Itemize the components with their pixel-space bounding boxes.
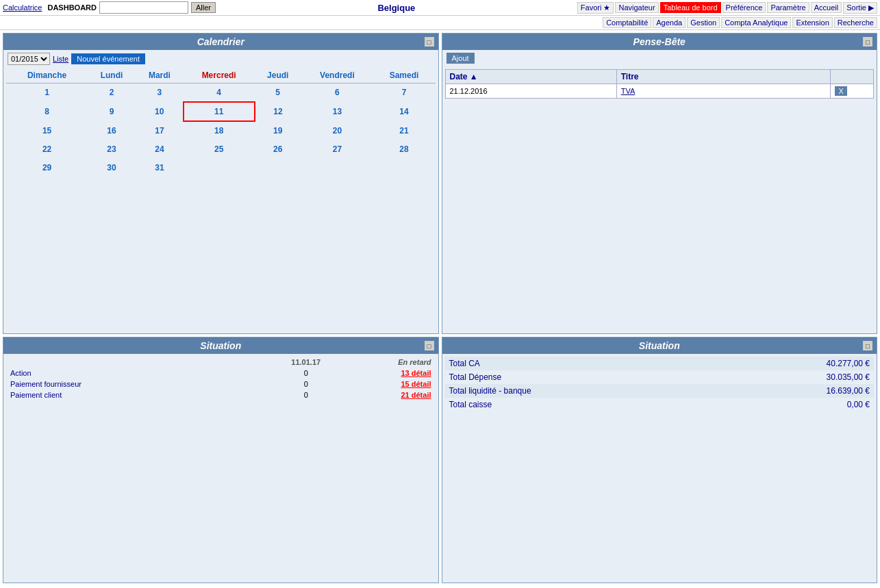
calendar-day xyxy=(184,159,255,177)
pense-bete-header: Pense-Bête □ xyxy=(442,34,877,50)
calendar-panel: Calendrier □ 01/2015 Liste Nouvel événem… xyxy=(3,33,439,334)
calendar-day[interactable]: 6 xyxy=(301,84,373,103)
situation-right-minimize[interactable]: □ xyxy=(863,341,872,350)
sit-en-retard: En retard xyxy=(349,357,434,368)
situation-left-table: 11.01.17 En retard Action013 détailPaiem… xyxy=(8,357,434,400)
country-label: Belgique xyxy=(218,3,575,13)
situation-left-minimize[interactable]: □ xyxy=(425,341,434,350)
calendar-day[interactable]: 15 xyxy=(7,121,88,140)
sit-right-row: Total CA40.277,00 € xyxy=(445,357,875,370)
calendar-day[interactable]: 21 xyxy=(373,121,435,140)
pense-bete-rows: 21.12.2016TVAX xyxy=(445,84,874,99)
cal-th-dimanche: Dimanche xyxy=(7,68,88,84)
nav-agenda[interactable]: Agenda xyxy=(653,17,686,28)
calendar-day[interactable]: 27 xyxy=(301,140,373,159)
situation-detail-link[interactable]: 15 détail xyxy=(349,379,434,389)
calendar-day[interactable]: 10 xyxy=(136,102,183,121)
cal-th-vendredi: Vendredi xyxy=(301,68,373,84)
pense-bete-content: Date ▲ Titre 21.12.2016TVAX xyxy=(442,66,877,101)
calendar-day[interactable]: 19 xyxy=(255,121,301,140)
nav-tableau-de-bord[interactable]: Tableau de bord xyxy=(660,2,721,13)
nav-comptabilite[interactable]: Comptabilité xyxy=(603,17,651,28)
calendar-liste-link[interactable]: Liste xyxy=(53,55,68,63)
sit-date: 11.01.17 xyxy=(264,357,349,368)
situation-count: 0 xyxy=(264,389,349,400)
new-event-button[interactable]: Nouvel événement xyxy=(71,53,145,64)
nav-parametre[interactable]: Paramètre xyxy=(767,2,809,13)
dashboard-input[interactable] xyxy=(99,1,188,14)
sit-empty xyxy=(8,357,264,368)
nav-gestion[interactable]: Gestion xyxy=(687,17,720,28)
situation-row: Paiement fournisseur015 détail xyxy=(8,379,434,389)
pense-bete-minimize[interactable]: □ xyxy=(863,37,872,47)
calendar-day[interactable]: 22 xyxy=(7,140,88,159)
calendar-day[interactable]: 25 xyxy=(184,140,255,159)
calendar-day[interactable]: 13 xyxy=(301,102,373,121)
cal-th-mardi: Mardi xyxy=(136,68,183,84)
nav-preference[interactable]: Préférence xyxy=(722,2,766,13)
sit-right-value: 16.639,00 € xyxy=(718,384,874,398)
calendar-day[interactable]: 17 xyxy=(136,121,183,140)
calendar-day[interactable]: 1 xyxy=(7,84,88,103)
pense-delete-button[interactable]: X xyxy=(835,86,846,96)
calendar-day[interactable]: 5 xyxy=(255,84,301,103)
calendar-day[interactable]: 28 xyxy=(373,140,435,159)
calendar-day[interactable]: 31 xyxy=(136,159,183,177)
calendar-week-row: 891011121314 xyxy=(7,102,436,121)
nav-sortie[interactable]: Sortie ▶ xyxy=(843,2,877,14)
nav-navigateur[interactable]: Navigateur xyxy=(615,2,658,13)
nav-favori[interactable]: Favori ★ xyxy=(577,2,614,14)
calendar-day[interactable]: 3 xyxy=(136,84,183,103)
situation-count: 0 xyxy=(264,379,349,389)
calendar-day[interactable]: 23 xyxy=(88,140,136,159)
calendar-day[interactable]: 18 xyxy=(184,121,255,140)
nav-right: Favori ★ Navigateur Tableau de bord Préf… xyxy=(577,2,877,14)
calendar-week-row: 22232425262728 xyxy=(7,140,436,159)
calendar-minimize[interactable]: □ xyxy=(425,37,434,47)
calendar-day[interactable]: 4 xyxy=(184,84,255,103)
calendar-day[interactable]: 24 xyxy=(136,140,183,159)
calendar-month-select[interactable]: 01/2015 xyxy=(8,53,50,65)
calendar-day[interactable]: 9 xyxy=(88,102,136,121)
situation-detail-link[interactable]: 21 détail xyxy=(349,389,434,400)
calendar-day[interactable]: 29 xyxy=(7,159,88,177)
pense-col-date[interactable]: Date ▲ xyxy=(445,70,616,84)
calendar-day[interactable]: 26 xyxy=(255,140,301,159)
calendar-day[interactable]: 16 xyxy=(88,121,136,140)
nav-extension[interactable]: Extension xyxy=(792,17,832,28)
sit-right-value: 40.277,00 € xyxy=(718,357,874,370)
calendar-day[interactable]: 12 xyxy=(255,102,301,121)
ajout-button[interactable]: Ajout xyxy=(447,53,475,64)
nav-accueil[interactable]: Accueil xyxy=(811,2,842,13)
calendar-day[interactable]: 30 xyxy=(88,159,136,177)
second-nav: Comptabilité Agenda Gestion Compta Analy… xyxy=(0,16,880,30)
calendar-week-row: 1234567 xyxy=(7,84,436,103)
calculatrice-label[interactable]: Calculatrice xyxy=(3,3,42,12)
sit-right-row: Total Dépense30.035,00 € xyxy=(445,370,875,384)
pense-bete-controls: Ajout xyxy=(442,50,877,66)
calendar-day[interactable]: 14 xyxy=(373,102,435,121)
calendar-day[interactable]: 8 xyxy=(7,102,88,121)
nav-recherche[interactable]: Recherche xyxy=(834,17,877,28)
calendar-day[interactable]: 20 xyxy=(301,121,373,140)
situation-detail-link[interactable]: 13 détail xyxy=(349,368,434,379)
nav-compta-analytique[interactable]: Compta Analytique xyxy=(721,17,791,28)
aller-button[interactable]: Aller xyxy=(191,2,216,13)
calendar-day[interactable]: 11 xyxy=(184,102,255,121)
pense-col-action xyxy=(831,70,874,84)
sit-right-row: Total caisse0,00 € xyxy=(445,398,875,411)
dashboard-label: DASHBOARD xyxy=(47,3,97,12)
calendar-header: Calendrier □ xyxy=(3,34,438,50)
calendar-day[interactable]: 7 xyxy=(373,84,435,103)
calendar-day[interactable]: 2 xyxy=(88,84,136,103)
pense-bete-row: 21.12.2016TVAX xyxy=(445,84,874,99)
cal-th-jeudi: Jeudi xyxy=(255,68,301,84)
situation-right-content: Total CA40.277,00 €Total Dépense30.035,0… xyxy=(442,354,877,414)
nav-left: Calculatrice DASHBOARD Aller xyxy=(3,1,216,14)
pense-titre[interactable]: TVA xyxy=(616,84,831,99)
calendar-week-row: 15161718192021 xyxy=(7,121,436,140)
calendar-header-row: Dimanche Lundi Mardi Mercredi Jeudi Vend… xyxy=(7,68,436,84)
cal-th-samedi: Samedi xyxy=(373,68,435,84)
sit-right-label: Total caisse xyxy=(445,398,718,411)
pense-titre-link[interactable]: TVA xyxy=(621,87,636,95)
